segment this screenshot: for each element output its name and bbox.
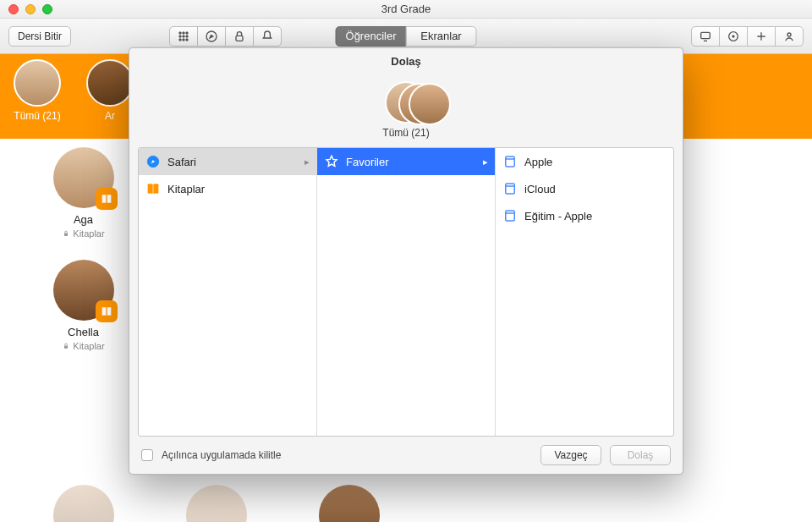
books-badge-icon [96,300,118,322]
window-title: 3rd Grade [0,3,812,15]
go-button[interactable]: Dolaş [610,445,671,465]
toolbar-left-group [169,26,282,47]
people-button[interactable] [775,26,804,47]
sheet-footer: Açılınca uygulamada kilitle Vazgeç Dolaş [129,437,683,474]
student-avatar [186,485,247,522]
student-card[interactable]: LoganKitaplar [150,485,283,522]
lock-icon [62,342,70,350]
plus-icon [754,30,768,43]
column-1[interactable]: Safari▸Kitaplar [139,148,317,436]
open-app-button[interactable] [169,26,198,47]
svg-point-7 [183,38,185,41]
group-label: Ar [86,110,134,122]
chevron-right-icon: ▸ [483,157,488,168]
svg-point-3 [179,35,182,37]
browser-row[interactable]: Safari▸ [139,148,316,175]
student-avatar [53,485,114,522]
student-avatar [53,260,114,321]
column-3[interactable]: AppleiCloudEğitim - Apple [496,148,673,436]
compass-icon [205,30,218,43]
lock-icon [233,30,246,43]
close-window-button[interactable] [8,4,19,14]
sheet-target-label: Tümü (21) [129,127,683,139]
browser-row[interactable]: Eğitim - Apple [496,202,673,229]
bell-icon [261,30,274,43]
column-browser: Safari▸Kitaplar Favoriler▸ AppleiCloudEğ… [138,147,674,437]
student-avatar [319,485,380,522]
titlebar: 3rd Grade [0,0,812,19]
screen-icon [699,30,712,43]
group-all[interactable]: Tümü (21) [14,59,61,139]
svg-rect-10 [236,36,243,41]
segment-screens[interactable]: Ekranlar [406,26,477,47]
end-lesson-button[interactable]: Dersi Bitir [8,26,71,47]
minimize-window-button[interactable] [25,4,36,14]
segment-students[interactable]: Öğrenciler [336,26,407,47]
window-controls [0,4,52,14]
sheet-header: Dolaş [129,48,683,76]
lock-after-open-label: Açılınca uygulamada kilitle [162,449,281,461]
cancel-button[interactable]: Vazgeç [540,445,601,465]
svg-point-6 [179,38,182,41]
add-button[interactable] [747,26,776,47]
svg-point-5 [186,35,189,37]
lock-icon [62,229,70,238]
student-app: Kitaplar [62,341,104,351]
share-icon [727,30,740,43]
browser-row[interactable]: iCloud [496,175,673,202]
lock-after-open-checkbox[interactable] [141,449,153,461]
chevron-right-icon: ▸ [304,157,310,168]
svg-point-2 [186,31,189,34]
svg-point-4 [183,35,185,37]
svg-rect-11 [701,32,710,38]
person-icon [782,30,796,43]
svg-point-1 [183,31,185,34]
svg-point-0 [179,31,182,34]
browser-row[interactable]: Kitaplar [139,175,316,202]
row-label: Kitaplar [167,183,205,195]
group-avatar [14,59,61,107]
browser-row[interactable]: Favoriler▸ [317,148,495,175]
svg-point-8 [186,38,189,41]
navigate-button[interactable] [197,26,226,47]
svg-rect-22 [506,184,515,194]
student-avatar [53,147,114,208]
zoom-window-button[interactable] [42,4,52,14]
svg-rect-21 [506,157,515,167]
books-badge-icon [96,188,118,210]
view-segment: Öğrenciler Ekranlar [336,26,477,47]
row-label: Eğitim - Apple [524,210,592,223]
student-card[interactable]: JohnKitaplar [17,485,150,522]
group-avatar [86,59,134,107]
student-app: Kitaplar [62,228,104,239]
group-label: Tümü (21) [14,110,61,122]
student-card[interactable]: MattSafari [283,485,415,522]
share-button[interactable] [719,26,748,47]
svg-rect-16 [64,346,68,349]
row-label: Safari [167,156,196,168]
svg-point-14 [787,33,791,36]
navigate-sheet: Dolaş Tümü (21) Safari▸Kitaplar Favorile… [129,47,683,475]
browser-row[interactable]: Apple [496,148,673,175]
app-grid-icon [177,30,190,43]
svg-rect-15 [64,234,68,236]
row-label: Favoriler [346,156,389,168]
row-label: Apple [524,156,552,168]
column-2[interactable]: Favoriler▸ [317,148,496,436]
group-second[interactable]: Ar [86,59,134,139]
mute-button[interactable] [253,26,282,47]
sheet-title: Dolaş [129,55,683,68]
row-label: iCloud [524,183,556,195]
svg-point-13 [732,35,735,37]
svg-rect-23 [506,211,515,221]
screens-button[interactable] [691,26,720,47]
lock-button[interactable] [225,26,254,47]
toolbar-right-group [691,26,804,47]
sheet-target: Tümü (21) [129,76,683,147]
